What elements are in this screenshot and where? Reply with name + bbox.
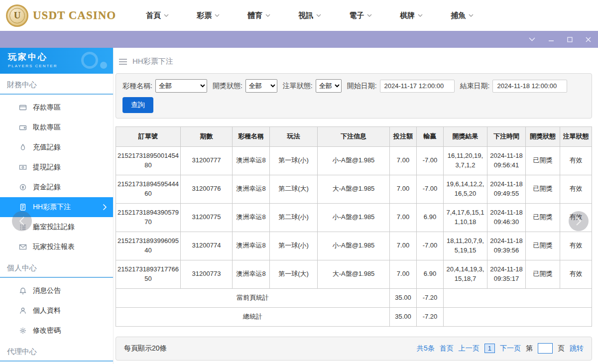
start-date-input[interactable] [380,80,455,93]
sidebar-item-player-bet-report[interactable]: 玩家投注報表 [0,237,113,257]
cell-draw-result: 7,4,17,6,15,11,10,18 [444,203,487,232]
cell-bet-status: 有效 [560,260,592,288]
cell-bet-amount: 7.00 [390,203,417,232]
col-play: 玩法 [270,127,318,147]
nav-item-cards[interactable]: 棋牌 [400,11,423,20]
col-win-loss: 輸贏 [417,127,444,147]
page-title: HH彩票下注 [132,57,173,66]
sidebar-item-label: 玩家投注報表 [33,243,75,251]
sidebar-item-profile[interactable]: 個人資料 [0,301,113,321]
nav-item-label: 電子 [349,11,364,20]
cell-play: 第一球(小) [270,232,318,260]
bet-status-label: 注單狀態: [283,82,313,91]
cell-win-loss: -7.00 [417,175,444,203]
chevron-down-icon [418,14,423,17]
start-date-label: 開始日期: [347,82,377,91]
nav-item-label: 彩票 [197,11,212,20]
sidebar-item-announcements[interactable]: 消息公告 [0,281,113,301]
col-order-no: 訂單號 [116,127,181,147]
nav-item-live[interactable]: 視訊 [298,11,321,20]
cell-draw-result: 20,4,14,19,3,15,18,7 [444,260,487,288]
nav-item-slots[interactable]: 電子 [349,11,372,20]
prev-page-link[interactable]: 上一页 [459,344,479,353]
cell-bet-info: 小-A盤@1.985 [318,232,390,260]
nav-item-label: 捕魚 [451,11,466,20]
maximize-icon[interactable] [567,37,573,42]
section-finance-center: 財務中心 [0,74,113,95]
cell-draw-result: 16,11,20,19,3,7,1,2 [444,146,487,175]
cell-order-no: 2152173189399609540 [116,232,181,260]
sidebar-item-label: 提現記錄 [33,163,61,172]
next-page-link[interactable]: 下一页 [500,344,521,353]
sidebar-item-label: HH彩票下注 [33,203,71,212]
filter-panel: 彩種名稱: 全部 開獎狀態: 全部 注單狀態: 全部 [116,73,592,119]
cell-draw-status: 已開獎 [526,203,560,232]
nav-item-label: 首頁 [146,11,161,20]
cell-bet-time: 2024-11-18 09:49:55 [487,175,526,203]
logo-text: USDT CASINO [33,9,116,22]
user-icon [19,307,27,315]
col-lottery-name: 彩種名稱 [233,127,270,147]
cell-bet-time: 2024-11-18 09:46:30 [487,203,526,232]
close-icon[interactable] [586,37,591,42]
sidebar-subtitle: PLAYERS CENTER [8,64,113,68]
table-row: 2152173189399609540 31200774 澳洲幸运8 第一球(小… [116,232,592,260]
col-bet-status: 注單狀態 [560,127,592,147]
cell-bet-info: 大-A盤@1.985 [318,175,390,203]
cell-draw-status: 已開獎 [526,260,560,288]
cell-order-no: 2152173189371776650 [116,260,181,288]
chevron-right-icon [576,216,582,226]
sidebar-item-recharge-record[interactable]: 充值記錄 [0,137,113,157]
dot-decoration [100,62,107,69]
cell-period: 31200777 [181,146,233,175]
carousel-next-button[interactable] [569,211,589,231]
carousel-prev-button[interactable] [12,211,32,231]
total-summary-row: 總統計 35.00 -7.20 [116,307,592,326]
nav-item-home[interactable]: 首頁 [146,11,169,20]
chevron-down-icon [367,14,372,17]
nav-item-label: 體育 [247,11,262,20]
first-page-link[interactable]: 首页 [440,344,454,353]
nav-item-lottery[interactable]: 彩票 [197,11,220,20]
chevron-down-icon [316,14,321,17]
cell-win-loss: 6.90 [417,260,444,288]
sidebar-item-deposit[interactable]: 存款專區 [0,98,113,118]
total-summary-label: 總統計 [116,307,390,326]
lottery-name-select[interactable]: 全部 [155,79,207,93]
page-jump-input[interactable] [538,343,553,354]
bet-status-select[interactable]: 全部 [316,79,342,93]
sidebar-item-label: 消息公告 [33,286,61,295]
cell-period: 31200776 [181,175,233,203]
cell-bet-info: 大-A盤@1.985 [318,260,390,288]
sidebar-item-label: 存款專區 [33,103,61,112]
sidebar-item-funds-record[interactable]: 資金記錄 [0,177,113,197]
sidebar-item-cashout-record[interactable]: 提現記錄 [0,157,113,177]
current-page-indicator[interactable]: 1 [484,344,495,353]
cell-draw-status: 已開獎 [526,146,560,175]
lottery-name-label: 彩種名稱: [122,82,152,91]
cell-draw-status: 已開獎 [526,175,560,203]
cell-win-loss: -7.00 [417,146,444,175]
report-sheet-icon [19,243,27,251]
cell-order-no: 2152173189500145480 [116,146,181,175]
sidebar-item-change-password[interactable]: 修改密碼 [0,321,113,341]
gear-icon [19,327,27,335]
search-button[interactable]: 查詢 [122,97,153,113]
nav-item-sports[interactable]: 體育 [247,11,270,20]
main-content: HH彩票下注 彩種名稱: 全部 開獎狀態: 全部 注單狀態: [114,48,598,364]
jump-button[interactable]: 跳转 [570,344,584,353]
chevron-down-icon[interactable] [529,37,535,41]
cell-lottery: 澳洲幸运8 [233,232,270,260]
sidebar-item-label: 取款專區 [33,123,61,132]
total-summary-empty [444,307,592,326]
minimize-icon[interactable] [548,37,554,42]
draw-status-select[interactable]: 全部 [245,79,277,93]
cell-play: 第二球(大) [270,175,318,203]
end-date-label: 結束日期: [460,82,490,91]
nav-item-fishing[interactable]: 捕魚 [451,11,474,20]
section-personal-center: 個人中心 [0,257,113,278]
hamburger-menu-icon[interactable] [119,58,127,65]
end-date-input[interactable] [492,80,567,93]
sidebar-item-label: 充值記錄 [33,143,61,152]
sidebar-item-withdraw[interactable]: 取款專區 [0,118,113,137]
